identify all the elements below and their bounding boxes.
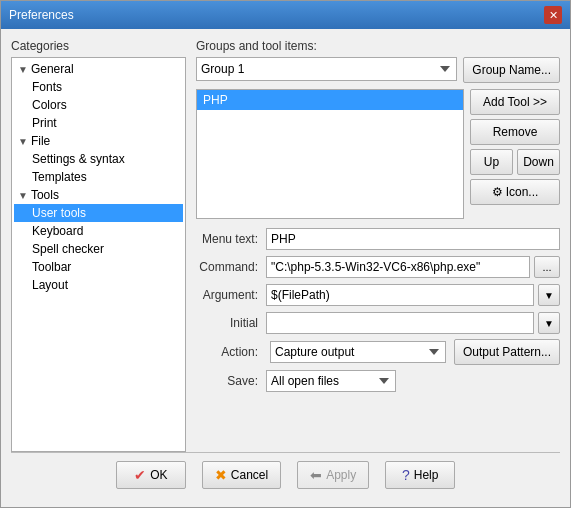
- right-panel: Groups and tool items: Group 1 Group 2 G…: [196, 39, 560, 452]
- ok-icon: ✔: [134, 467, 146, 483]
- add-tool-button[interactable]: Add Tool >>: [470, 89, 560, 115]
- initial-row: Initial ▼: [196, 311, 560, 335]
- argument-row: Argument: ▼: [196, 283, 560, 307]
- gear-icon: ⚙: [492, 185, 503, 199]
- tree-item-templates[interactable]: Templates: [14, 168, 183, 186]
- command-row: Command: ...: [196, 255, 560, 279]
- group-select-wrap: Group 1 Group 2 Group 3: [196, 57, 457, 83]
- group-name-button[interactable]: Group Name...: [463, 57, 560, 83]
- icon-button[interactable]: ⚙ Icon...: [470, 179, 560, 205]
- form-area: Menu text: Command: ...: [196, 227, 560, 393]
- ok-label: OK: [150, 468, 167, 482]
- menu-text-input[interactable]: [266, 228, 560, 250]
- tree-arrow-general: ▼: [18, 64, 28, 75]
- tree-item-fonts[interactable]: Fonts: [14, 78, 183, 96]
- initial-input-wrap: ▼: [266, 312, 560, 334]
- action-label: Action:: [196, 345, 266, 359]
- remove-button[interactable]: Remove: [470, 119, 560, 145]
- tree-item-toolbar[interactable]: Toolbar: [14, 258, 183, 276]
- title-bar: Preferences ✕: [1, 1, 570, 29]
- tree-item-tools[interactable]: ▼Tools: [14, 186, 183, 204]
- help-label: Help: [414, 468, 439, 482]
- up-button[interactable]: Up: [470, 149, 513, 175]
- tree-arrow-file: ▼: [18, 136, 28, 147]
- categories-panel: Categories ▼General Fonts Colors Print ▼…: [11, 39, 186, 452]
- command-browse-button[interactable]: ...: [534, 256, 560, 278]
- right-middle: PHP Add Tool >> Remove Up Down ⚙ Icon...: [196, 89, 560, 219]
- menu-text-input-wrap: [266, 228, 560, 250]
- tree-item-keyboard[interactable]: Keyboard: [14, 222, 183, 240]
- close-button[interactable]: ✕: [544, 6, 562, 24]
- save-label: Save:: [196, 374, 266, 388]
- groups-label: Groups and tool items:: [196, 39, 560, 53]
- argument-label: Argument:: [196, 288, 266, 302]
- right-top: Group 1 Group 2 Group 3 Group Name...: [196, 57, 560, 83]
- apply-label: Apply: [326, 468, 356, 482]
- initial-dropdown-button[interactable]: ▼: [538, 312, 560, 334]
- categories-label: Categories: [11, 39, 186, 53]
- cancel-icon: ✖: [215, 467, 227, 483]
- action-select-wrap: Capture output Nothing Run in terminal: [270, 341, 446, 363]
- tree-item-general[interactable]: ▼General: [14, 60, 183, 78]
- apply-icon: ⬅: [310, 467, 322, 483]
- down-button[interactable]: Down: [517, 149, 560, 175]
- side-buttons: Add Tool >> Remove Up Down ⚙ Icon...: [470, 89, 560, 219]
- menu-text-label: Menu text:: [196, 232, 266, 246]
- help-icon: ?: [402, 467, 410, 483]
- cancel-button[interactable]: ✖ Cancel: [202, 461, 281, 489]
- command-input-wrap: ...: [266, 256, 560, 278]
- cancel-label: Cancel: [231, 468, 268, 482]
- help-button[interactable]: ? Help: [385, 461, 455, 489]
- group-select[interactable]: Group 1 Group 2 Group 3: [196, 57, 457, 81]
- main-area: Categories ▼General Fonts Colors Print ▼…: [11, 39, 560, 452]
- tool-list-wrap: PHP: [196, 89, 464, 219]
- tool-list: PHP: [196, 89, 464, 219]
- output-pattern-button[interactable]: Output Pattern...: [454, 339, 560, 365]
- command-label: Command:: [196, 260, 266, 274]
- preferences-window: Preferences ✕ Categories ▼General Fonts …: [0, 0, 571, 508]
- menu-text-row: Menu text:: [196, 227, 560, 251]
- command-input[interactable]: [266, 256, 530, 278]
- argument-input-wrap: ▼: [266, 284, 560, 306]
- action-row: Action: Capture output Nothing Run in te…: [196, 339, 560, 365]
- action-select[interactable]: Capture output Nothing Run in terminal: [270, 341, 446, 363]
- argument-dropdown-button[interactable]: ▼: [538, 284, 560, 306]
- tree-arrow-tools: ▼: [18, 190, 28, 201]
- ok-button[interactable]: ✔ OK: [116, 461, 186, 489]
- tree-item-spell-checker[interactable]: Spell checker: [14, 240, 183, 258]
- save-row: Save: All open files Current file Nothin…: [196, 369, 560, 393]
- up-down-row: Up Down: [470, 149, 560, 175]
- tree-item-print[interactable]: Print: [14, 114, 183, 132]
- apply-button[interactable]: ⬅ Apply: [297, 461, 369, 489]
- tree-item-user-tools[interactable]: User tools: [14, 204, 183, 222]
- argument-input[interactable]: [266, 284, 534, 306]
- tool-item-php[interactable]: PHP: [197, 90, 463, 110]
- tree-item-settings-syntax[interactable]: Settings & syntax: [14, 150, 183, 168]
- categories-tree: ▼General Fonts Colors Print ▼File Settin…: [11, 57, 186, 452]
- save-select[interactable]: All open files Current file Nothing: [266, 370, 396, 392]
- initial-label: Initial: [196, 316, 266, 330]
- footer: ✔ OK ✖ Cancel ⬅ Apply ? Help: [11, 452, 560, 497]
- tree-item-colors[interactable]: Colors: [14, 96, 183, 114]
- window-content: Categories ▼General Fonts Colors Print ▼…: [1, 29, 570, 507]
- initial-input[interactable]: [266, 312, 534, 334]
- tree-item-file[interactable]: ▼File: [14, 132, 183, 150]
- window-title: Preferences: [9, 8, 74, 22]
- save-input-wrap: All open files Current file Nothing: [266, 370, 560, 392]
- tree-item-layout[interactable]: Layout: [14, 276, 183, 294]
